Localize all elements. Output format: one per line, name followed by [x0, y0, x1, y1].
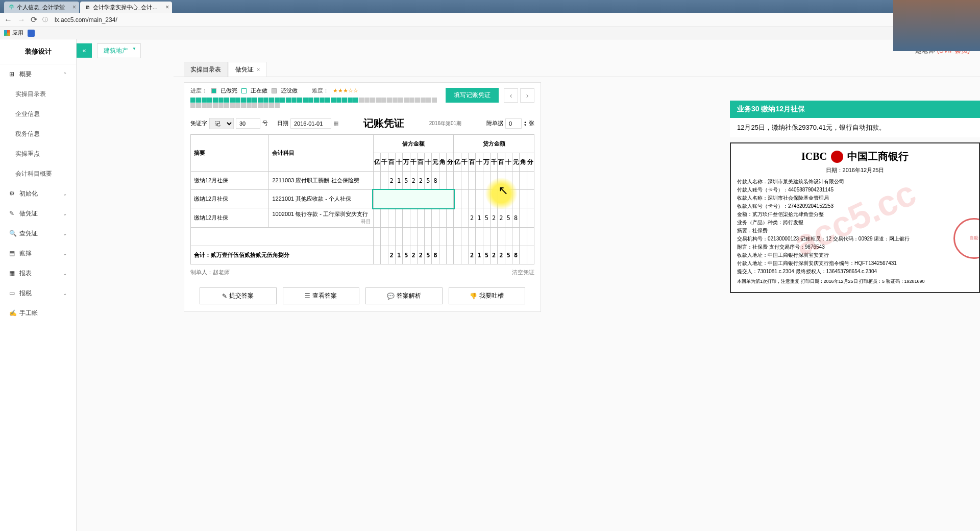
- summary-cell[interactable]: 缴纳12月社保: [191, 172, 269, 190]
- subject-cell[interactable]: 2211003 应付职工薪酬-社会保险费: [269, 172, 374, 190]
- browser-tab-2[interactable]: 🗎 会计学堂实操中心_会计… ×: [80, 2, 172, 13]
- credit-digit[interactable]: [454, 172, 461, 190]
- debit-digit[interactable]: [447, 208, 454, 228]
- debit-digit[interactable]: 1: [395, 172, 402, 190]
- credit-digit[interactable]: [505, 172, 512, 190]
- close-icon[interactable]: ×: [257, 66, 260, 73]
- sidebar-item-report[interactable]: ▦报表⌄: [0, 263, 76, 283]
- debit-digit[interactable]: [439, 172, 446, 190]
- sidebar-item-tax-filing[interactable]: ▭报税⌄: [0, 283, 76, 303]
- sidebar-item-company[interactable]: 企业信息: [0, 104, 76, 124]
- debit-digit[interactable]: [373, 208, 380, 228]
- sidebar-item-accounts[interactable]: 会计科目概要: [0, 164, 76, 184]
- sidebar-item-catalog[interactable]: 实操目录表: [0, 84, 76, 104]
- credit-digit[interactable]: [461, 208, 468, 228]
- sidebar-item-manual[interactable]: ✍手工帐: [0, 303, 76, 323]
- credit-digit[interactable]: [490, 190, 497, 208]
- sidebar-item-tax[interactable]: 税务信息: [0, 124, 76, 144]
- app-tab-voucher[interactable]: 做凭证×: [229, 62, 266, 77]
- debit-digit[interactable]: [447, 172, 454, 190]
- sidebar-item-ledger[interactable]: ▤账簿⌄: [0, 244, 76, 263]
- sidebar-item-query-voucher[interactable]: 🔍查凭证⌄: [0, 224, 76, 244]
- prev-button[interactable]: ‹: [504, 88, 518, 103]
- debit-digit[interactable]: [439, 208, 446, 228]
- debit-digit[interactable]: 5: [403, 172, 410, 190]
- summary-cell[interactable]: 缴纳12月社保: [191, 190, 269, 208]
- credit-digit[interactable]: [483, 172, 490, 190]
- credit-digit[interactable]: [512, 172, 519, 190]
- back-button[interactable]: ←: [4, 15, 12, 25]
- explain-button[interactable]: 💬答案解析: [365, 287, 443, 304]
- bookmark-item[interactable]: [28, 30, 35, 37]
- credit-digit[interactable]: [520, 190, 527, 208]
- credit-digit[interactable]: 2: [498, 208, 505, 228]
- subject-cell[interactable]: 1221001 其他应收款 - 个人社保: [269, 190, 374, 208]
- credit-digit[interactable]: [505, 190, 512, 208]
- credit-digit[interactable]: [476, 172, 483, 190]
- fill-voucher-button[interactable]: 填写记账凭证: [446, 88, 499, 103]
- credit-digit[interactable]: [520, 208, 527, 228]
- credit-digit[interactable]: [527, 208, 534, 228]
- collapse-sidebar-button[interactable]: «: [77, 43, 92, 58]
- credit-digit[interactable]: [520, 172, 527, 190]
- credit-digit[interactable]: [469, 190, 476, 208]
- voucher-prefix-select[interactable]: 记: [209, 118, 234, 129]
- credit-digit[interactable]: [490, 172, 497, 190]
- debit-digit[interactable]: [373, 172, 380, 190]
- debit-digit[interactable]: [425, 208, 432, 228]
- spinner-down[interactable]: ▼: [524, 124, 527, 127]
- debit-digit[interactable]: [388, 208, 395, 228]
- debit-digit[interactable]: 2: [410, 172, 417, 190]
- category-dropdown[interactable]: 建筑地产: [97, 43, 141, 58]
- close-icon[interactable]: ×: [165, 4, 169, 11]
- clear-voucher-link[interactable]: 清空凭证: [512, 269, 534, 276]
- credit-digit[interactable]: [454, 208, 461, 228]
- view-answer-button[interactable]: ☰查看答案: [283, 287, 360, 304]
- feedback-button[interactable]: 👎我要吐槽: [449, 287, 526, 304]
- credit-digit[interactable]: [461, 190, 468, 208]
- credit-digit[interactable]: [527, 190, 534, 208]
- sidebar-item-keypoints[interactable]: 实操重点: [0, 144, 76, 164]
- next-button[interactable]: ›: [520, 88, 534, 103]
- submit-button[interactable]: ✎提交答案: [200, 287, 277, 304]
- debdebit-active-cell[interactable]: [373, 190, 453, 208]
- subject-cell[interactable]: 1002001 银行存款 - 工行深圳安庆支行科目: [269, 208, 374, 228]
- browser-tab-1[interactable]: 学 个人信息_会计学堂 ×: [4, 2, 79, 13]
- url-bar[interactable]: lx.acc5.com/main_234/: [53, 15, 976, 25]
- credit-digit[interactable]: 8: [512, 208, 519, 228]
- apps-icon[interactable]: 应用: [4, 29, 23, 37]
- credit-digit[interactable]: [512, 190, 519, 208]
- credit-digit[interactable]: 2: [490, 208, 497, 228]
- debit-digit[interactable]: 8: [432, 172, 439, 190]
- debit-digit[interactable]: [395, 208, 402, 228]
- debit-digit[interactable]: 2: [388, 172, 395, 190]
- credit-digit[interactable]: [454, 190, 461, 208]
- forward-button[interactable]: →: [17, 15, 26, 25]
- info-icon[interactable]: ⓘ: [42, 16, 48, 23]
- debit-digit[interactable]: 5: [425, 172, 432, 190]
- debit-digit[interactable]: [403, 208, 410, 228]
- debit-digit[interactable]: [410, 208, 417, 228]
- sidebar-item-init[interactable]: ⚙初始化⌄: [0, 184, 76, 204]
- summary-cell[interactable]: 缴纳12月社保: [191, 208, 269, 228]
- credit-digit[interactable]: [498, 190, 505, 208]
- sidebar-item-make-voucher[interactable]: ✎做凭证⌄: [0, 204, 76, 224]
- close-icon[interactable]: ×: [72, 4, 76, 11]
- debit-digit[interactable]: [417, 208, 424, 228]
- reload-button[interactable]: ⟳: [31, 15, 37, 25]
- debit-digit[interactable]: [381, 208, 388, 228]
- credit-digit[interactable]: [461, 172, 468, 190]
- credit-digit[interactable]: 1: [476, 208, 483, 228]
- sidebar-item-overview[interactable]: ⊞概要⌃: [0, 64, 76, 84]
- debit-digit[interactable]: 2: [417, 172, 424, 190]
- credit-digit[interactable]: 2: [469, 208, 476, 228]
- debit-digit[interactable]: [432, 208, 439, 228]
- voucher-number-input[interactable]: [236, 118, 260, 129]
- voucher-date-input[interactable]: [290, 118, 331, 129]
- credit-digit[interactable]: [527, 172, 534, 190]
- credit-digit[interactable]: 5: [505, 208, 512, 228]
- calendar-icon[interactable]: ▦: [333, 120, 338, 127]
- app-tab-catalog[interactable]: 实操目录表: [184, 62, 228, 77]
- credit-digit[interactable]: [498, 172, 505, 190]
- credit-digit[interactable]: [469, 172, 476, 190]
